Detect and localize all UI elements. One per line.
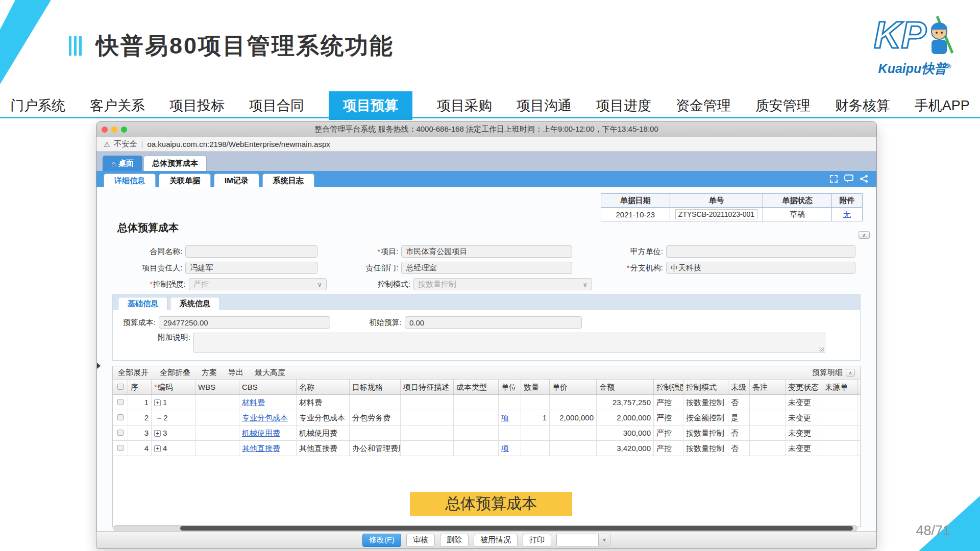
toolbar-item-最大高度[interactable]: 最大高度 (255, 368, 285, 378)
column-header-金额: 金额 (597, 380, 654, 394)
expand-icon[interactable]: + (154, 399, 161, 406)
dropdown-value[interactable] (556, 534, 598, 546)
zoom-window-icon[interactable] (121, 127, 127, 133)
expand-icon[interactable]: + (154, 430, 161, 437)
detail-tab-icons (829, 174, 868, 183)
horizontal-scrollbar[interactable] (113, 525, 857, 531)
minimize-window-icon[interactable] (111, 127, 117, 133)
detail-tab-详细信息[interactable]: 详细信息 (104, 173, 156, 187)
nav-item-质安管理[interactable]: 质安管理 (755, 96, 811, 115)
table-row[interactable]: 4+4其他直接费其他直接费办公和管理费用项3,420,000严控按数量控制否未变… (113, 441, 860, 456)
table-row[interactable]: 3+3机械使用费机械使用费300,000严控按数量控制否未变更 (113, 425, 860, 441)
cell-wbs (195, 395, 239, 410)
select-all-checkbox[interactable] (117, 384, 124, 390)
basic-tab-系统信息[interactable]: 系统信息 (170, 297, 220, 310)
grid-toolbar: 全部展开全部折叠方案导出最大高度 预算明细 ∧ (113, 366, 860, 380)
basic-fields-row: 预算成本:29477250.00初始预算:0.00 (113, 312, 860, 333)
browser-titlebar[interactable]: 整合管理平台系统 服务热线：4000-686-168 法定工作日上班时间：上午9… (96, 122, 876, 137)
message-icon[interactable] (844, 174, 853, 183)
toolbar-item-方案[interactable]: 方案 (202, 368, 217, 378)
unit-link[interactable]: 项 (501, 413, 509, 422)
footer-button-打印[interactable]: 打印 (523, 534, 551, 547)
toolbar-item-全部折叠[interactable]: 全部折叠 (160, 368, 190, 378)
input-项目:[interactable]: 市民体育公园项目 (401, 245, 572, 258)
row-checkbox[interactable] (117, 430, 124, 436)
nav-item-项目预算[interactable]: 项目预算 (329, 91, 412, 120)
field-label-责任部门:: 责任部门: (338, 263, 401, 273)
input-甲方单位:[interactable] (666, 245, 855, 258)
browser-urlbar[interactable]: ⚠ 不安全 | oa.kuaipu.com.cn:2198/WebEnterpr… (96, 137, 876, 152)
toolbar-item-全部展开[interactable]: 全部展开 (118, 368, 149, 378)
cbs-link[interactable]: 专业分包成本 (242, 413, 288, 422)
row-checkbox[interactable] (117, 445, 124, 451)
toolbar-item-导出[interactable]: 导出 (228, 368, 243, 378)
detail-tab-IM记录[interactable]: IM记录 (214, 173, 259, 187)
input-责任部门:[interactable]: 总经理室 (401, 262, 572, 274)
nav-item-财务核算[interactable]: 财务核算 (835, 96, 890, 115)
print-template-dropdown[interactable]: ▼ (556, 534, 610, 546)
cbs-link[interactable]: 材料费 (242, 398, 265, 407)
row-checkbox[interactable] (117, 399, 124, 405)
footer-button-删除[interactable]: 删除 (440, 534, 469, 547)
field-label-控制模式:: 控制模式: (347, 280, 413, 289)
nav-item-项目采购[interactable]: 项目采购 (437, 96, 492, 115)
footer-button-被用情况[interactable]: 被用情况 (474, 534, 518, 547)
input-分支机构:[interactable]: 中天科技 (666, 262, 855, 274)
panel-collapse-arrow-icon[interactable] (97, 363, 101, 369)
cell-cbs: 机械使用费 (239, 425, 297, 440)
collapse-grid-button[interactable]: ∧ (846, 369, 855, 377)
select-控制模式:[interactable]: 按数量控制∨ (413, 278, 592, 290)
nav-item-门户系统[interactable]: 门户系统 (10, 96, 65, 115)
nav-item-手机APP[interactable]: 手机APP (915, 96, 970, 115)
cell-unit: 项 (499, 441, 521, 456)
basic-field-input-预算成本:[interactable]: 29477250.00 (159, 316, 330, 329)
cell-note (750, 395, 786, 410)
window-tab-桌面[interactable]: ⌂桌面 (103, 156, 142, 171)
url-text[interactable]: oa.kuaipu.com.cn:2198/WebEnterprise/newm… (147, 140, 330, 148)
column-header-序: 序 (128, 380, 152, 394)
resize-grip-icon[interactable] (819, 346, 824, 352)
nav-item-客户关系[interactable]: 客户关系 (90, 96, 145, 115)
footer-buttons: 修改(E)审核删除被用情况打印 (362, 534, 551, 547)
footer-button-修改(E)[interactable]: 修改(E) (362, 534, 401, 547)
required-star: * (627, 263, 630, 272)
table-row[interactable]: 2–2专业分包成本专业分包成本分包劳务费项12,000,0002,000,000… (113, 410, 860, 425)
cell-amount: 3,420,000 (597, 441, 654, 456)
table-row[interactable]: 1+1材料费材料费23,757,250严控按数量控制否未变更 (113, 395, 860, 410)
input-合同名称:[interactable] (185, 245, 317, 258)
close-window-icon[interactable] (102, 127, 108, 133)
note-textarea[interactable] (193, 333, 825, 353)
header-value-text[interactable]: 无 (843, 210, 851, 218)
expand-icon[interactable]: + (154, 445, 161, 452)
cell-name: 其他直接费 (297, 441, 350, 456)
unit-link[interactable]: 项 (501, 444, 509, 453)
expand-icon[interactable] (829, 174, 838, 183)
share-icon[interactable] (860, 174, 868, 183)
input-项目责任人:[interactable]: 冯建军 (185, 262, 317, 274)
nav-item-项目合同[interactable]: 项目合同 (249, 96, 304, 115)
cell-leaf: 否 (728, 425, 750, 440)
cbs-link[interactable]: 其他直接费 (242, 444, 280, 453)
window-tab-总体预算成本[interactable]: 总体预算成本 (143, 156, 207, 171)
basic-field-input-初始预算:[interactable]: 0.00 (405, 316, 582, 329)
logo-caption: Kuaipu快普® (864, 60, 966, 77)
scrollbar-thumb[interactable] (180, 526, 853, 531)
footer-button-审核[interactable]: 审核 (406, 534, 435, 547)
nav-item-资金管理[interactable]: 资金管理 (676, 96, 731, 115)
cell-code: –2 (152, 410, 195, 425)
select-控制强度:[interactable]: 严控∨ (189, 278, 327, 290)
column-header-备注: 备注 (750, 380, 786, 394)
nav-item-项目投标[interactable]: 项目投标 (169, 96, 225, 115)
detail-tab-系统日志[interactable]: 系统日志 (262, 173, 314, 187)
cell-spec: 办公和管理费用 (350, 441, 401, 456)
cbs-link[interactable]: 机械使用费 (242, 429, 280, 437)
nav-item-项目沟通[interactable]: 项目沟通 (517, 96, 572, 115)
dropdown-arrow-icon[interactable]: ▼ (598, 534, 610, 546)
cell-select (113, 410, 128, 425)
field-label-控制强度:: *控制强度: (112, 280, 189, 289)
row-checkbox[interactable] (117, 414, 124, 420)
nav-item-项目进度[interactable]: 项目进度 (596, 96, 651, 115)
collapse-header-button[interactable]: ∧ (859, 231, 870, 239)
basic-tab-基础信息[interactable]: 基础信息 (118, 297, 168, 310)
detail-tab-关联单据[interactable]: 关联单据 (159, 173, 211, 187)
